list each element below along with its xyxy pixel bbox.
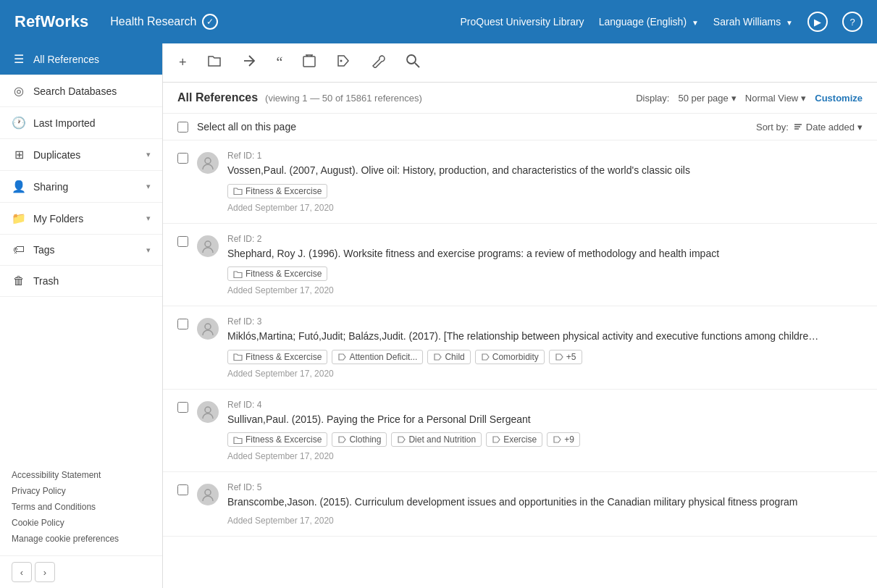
delete-button[interactable] [298, 51, 320, 75]
ref-title-4[interactable]: Sullivan,Paul. (2015). Paying the Price … [227, 413, 863, 427]
ref-date-3: Added September 17, 2020 [227, 369, 863, 379]
display-label: Display: [636, 93, 669, 104]
ref-title-5[interactable]: Branscombe,Jason. (2015). Curriculum dev… [227, 495, 863, 510]
ref-label-tag-3c[interactable]: Comorbidity [475, 350, 545, 364]
sharing-icon: 👤 [12, 180, 26, 193]
content-title-area: All References (viewing 1 — 50 of 15861 … [177, 91, 422, 104]
toolbar: + “ [163, 43, 877, 83]
sidebar: ☰ All References ◎ Search Databases 🕐 La… [0, 43, 163, 588]
sidebar-item-duplicates[interactable]: ⊞ Duplicates ▾ [0, 139, 162, 171]
ref-label-tag-4a[interactable]: Clothing [332, 432, 387, 447]
ref-folder-tag-4[interactable]: Fitness & Excercise [227, 432, 327, 447]
avatar [197, 235, 219, 257]
ref-label-tag-4c[interactable]: Exercise [486, 432, 542, 447]
per-page-chevron: ▾ [731, 93, 737, 104]
user-menu[interactable]: Sarah Williams ▼ [713, 16, 793, 28]
svg-line-7 [415, 63, 419, 67]
ref-label-tag-4b[interactable]: Diet and Nutrition [391, 432, 482, 447]
ref-date-1: Added September 17, 2020 [227, 203, 863, 213]
ref-checkbox-4[interactable] [177, 402, 188, 413]
logo: RefWorks [14, 12, 88, 31]
layout: ☰ All References ◎ Search Databases 🕐 La… [0, 43, 877, 588]
user-dropdown-arrow: ▼ [786, 19, 793, 27]
footer-privacy[interactable]: Privacy Policy [12, 483, 151, 499]
select-all-checkbox[interactable] [177, 122, 188, 133]
sort-button[interactable]: Date added ▾ [793, 122, 863, 133]
language-selector[interactable]: Language (English) ▼ [599, 16, 699, 28]
footer-terms[interactable]: Terms and Conditions [12, 499, 151, 515]
youtube-icon[interactable]: ▶ [807, 12, 828, 32]
footer-cookie-policy[interactable]: Cookie Policy [12, 515, 151, 531]
ref-checkbox-1[interactable] [177, 153, 188, 164]
sidebar-item-last-imported[interactable]: 🕐 Last Imported [0, 107, 162, 139]
sidebar-item-trash[interactable]: 🗑 Trash [0, 266, 162, 297]
svg-point-11 [205, 158, 211, 164]
ref-id-1: Ref ID: 1 [227, 151, 863, 161]
nav-back-button[interactable]: ‹ [12, 562, 32, 582]
page-title: All References [177, 91, 258, 104]
view-mode-selector[interactable]: Normal View ▾ [745, 93, 806, 104]
ref-date-4: Added September 17, 2020 [227, 451, 863, 461]
references-list: Select all on this page Sort by: Date ad… [163, 114, 877, 588]
tools-button[interactable] [366, 51, 390, 75]
sidebar-item-search-databases[interactable]: ◎ Search Databases [0, 75, 162, 107]
project-icon: ✓ [202, 14, 218, 30]
project-name[interactable]: Health Research ✓ [110, 14, 218, 30]
header-nav: ProQuest University Library Language (En… [460, 12, 863, 32]
ref-title-2[interactable]: Shephard, Roy J. (1996). Worksite fitnes… [227, 247, 863, 261]
cite-button[interactable]: “ [272, 51, 288, 74]
sidebar-item-all-references[interactable]: ☰ All References [0, 43, 162, 75]
per-page-selector[interactable]: 50 per page ▾ [678, 93, 736, 104]
select-all-label: Select all on this page [197, 121, 296, 133]
tag-button[interactable] [332, 51, 355, 75]
ref-tags-4: Fitness & Excercise Clothing Diet and Nu… [227, 432, 863, 447]
header: RefWorks Health Research ✓ ProQuest Univ… [0, 0, 877, 43]
duplicates-chevron: ▾ [146, 150, 151, 159]
all-references-icon: ☰ [12, 52, 26, 66]
add-button[interactable]: + [175, 52, 191, 73]
search-button[interactable] [401, 51, 424, 75]
sidebar-item-my-folders[interactable]: 📁 My Folders ▾ [0, 203, 162, 235]
ref-more-tags-4[interactable]: +9 [547, 432, 580, 447]
svg-point-13 [205, 324, 211, 329]
avatar [197, 152, 219, 174]
trash-icon: 🗑 [12, 274, 26, 287]
sidebar-nav-arrows: ‹ › [0, 555, 162, 588]
ref-id-3: Ref ID: 3 [227, 316, 863, 327]
table-row: Ref ID: 4 Sullivan,Paul. (2015). Paying … [163, 390, 877, 473]
customize-link[interactable]: Customize [815, 93, 863, 104]
ref-more-tags-3[interactable]: +5 [549, 350, 582, 364]
duplicates-icon: ⊞ [12, 148, 26, 161]
sidebar-item-sharing[interactable]: 👤 Sharing ▾ [0, 171, 162, 203]
ref-label-tag-3b[interactable]: Child [427, 350, 470, 364]
ref-content-1: Ref ID: 1 Vossen,Paul. (2007, August). O… [227, 151, 863, 213]
ref-checkbox-5[interactable] [177, 484, 188, 495]
help-icon[interactable]: ? [842, 12, 863, 32]
ref-tags-3: Fitness & Excercise Attention Deficit...… [227, 350, 863, 364]
folder-button[interactable] [203, 51, 226, 74]
ref-id-4: Ref ID: 4 [227, 400, 863, 410]
footer-manage-cookies[interactable]: Manage cookie preferences [12, 531, 151, 547]
ref-checkbox-3[interactable] [177, 319, 188, 329]
ref-folder-tag-1[interactable]: Fitness & Excercise [227, 184, 327, 198]
ref-folder-tag-3[interactable]: Fitness & Excercise [227, 350, 327, 364]
svg-point-6 [407, 55, 416, 64]
nav-forward-button[interactable]: › [35, 562, 55, 582]
svg-point-5 [340, 60, 343, 62]
ref-folder-tag-2[interactable]: Fitness & Excercise [227, 266, 327, 281]
ref-title-1[interactable]: Vossen,Paul. (2007, August). Olive oil: … [227, 164, 863, 178]
ref-id-2: Ref ID: 2 [227, 234, 863, 244]
share-button[interactable] [238, 51, 261, 75]
sidebar-item-tags[interactable]: 🏷 Tags ▾ [0, 235, 162, 266]
svg-rect-1 [303, 56, 315, 67]
library-link[interactable]: ProQuest University Library [460, 16, 584, 28]
ref-tags-2: Fitness & Excercise [227, 266, 863, 281]
tags-chevron: ▾ [146, 245, 151, 255]
ref-label-tag-3a[interactable]: Attention Deficit... [332, 350, 423, 364]
my-folders-chevron: ▾ [146, 214, 151, 223]
footer-accessibility[interactable]: Accessibility Statement [12, 467, 151, 483]
tags-icon: 🏷 [12, 243, 26, 256]
last-imported-icon: 🕐 [12, 116, 26, 130]
ref-title-3[interactable]: Miklós,Martina; Futó,Judit; Balázs,Judit… [227, 329, 863, 344]
ref-checkbox-2[interactable] [177, 236, 188, 247]
